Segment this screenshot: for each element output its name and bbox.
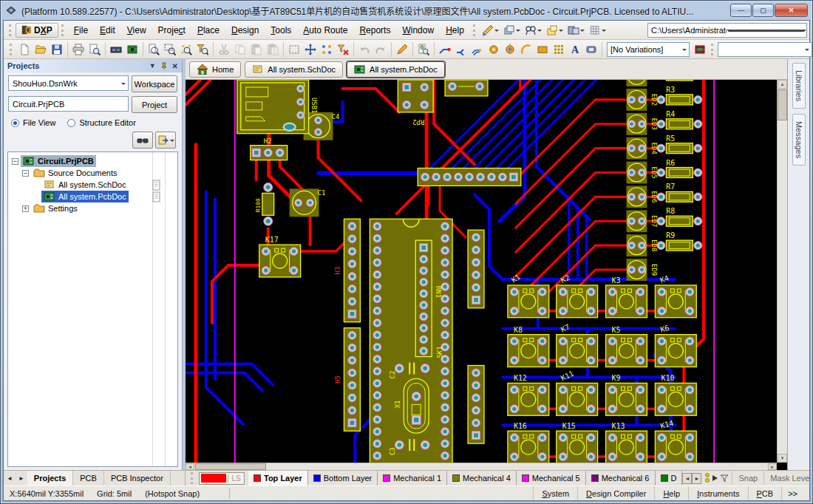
move-button[interactable] bbox=[302, 41, 319, 58]
filter-icon[interactable] bbox=[720, 474, 729, 483]
panel-menu-icon[interactable]: ▼ bbox=[149, 62, 156, 69]
zoom-filter-button[interactable] bbox=[194, 41, 211, 58]
status-button-design-compiler[interactable]: Design Compiler bbox=[577, 486, 654, 500]
align-dots-button[interactable] bbox=[319, 41, 335, 58]
scroll-up-icon[interactable]: ▲ bbox=[778, 80, 787, 89]
layer-scroll-left-icon[interactable]: ◄ bbox=[682, 473, 692, 484]
select-area-button[interactable] bbox=[286, 41, 302, 58]
status-button-instruments[interactable]: Instruments bbox=[688, 486, 747, 500]
layer-tab-d[interactable]: D bbox=[656, 471, 683, 486]
layer-tab-mechanical-6[interactable]: Mechanical 6 bbox=[586, 471, 656, 486]
panel-close-icon[interactable]: ✕ bbox=[172, 62, 178, 70]
vertical-scroll-thumb[interactable] bbox=[778, 89, 787, 120]
collapse-icon[interactable]: − bbox=[22, 170, 29, 177]
array-button[interactable] bbox=[551, 41, 567, 58]
toolgroup-overlay[interactable] bbox=[501, 24, 523, 37]
menu-help[interactable]: Help bbox=[440, 22, 470, 38]
doc-tab-home[interactable]: Home bbox=[189, 61, 241, 78]
tree-item-circuit-prjpcb[interactable]: −Circuit.PrjPCB bbox=[8, 155, 177, 167]
tree-item-settings[interactable]: +Settings bbox=[8, 202, 177, 214]
doc-tab-all-system-schdoc[interactable]: All system.SchDoc bbox=[245, 61, 343, 78]
layer-tab-mechanical-1[interactable]: Mechanical 1 bbox=[378, 471, 447, 486]
layer-tab-top-layer[interactable]: Top Layer bbox=[248, 471, 308, 486]
toolgroup-find-sim[interactable] bbox=[523, 24, 544, 37]
component-button[interactable] bbox=[583, 41, 599, 58]
pin-icon[interactable] bbox=[160, 62, 168, 70]
layer-set-box[interactable]: LS bbox=[199, 472, 245, 485]
menu-reports[interactable]: Reports bbox=[353, 22, 396, 38]
play-icon[interactable] bbox=[712, 474, 718, 482]
route-button[interactable] bbox=[437, 41, 453, 58]
toolgroup-arrange[interactable] bbox=[565, 24, 587, 37]
tree-item-source-documents[interactable]: −Source Documents bbox=[8, 167, 177, 179]
status-button-system[interactable]: System bbox=[533, 486, 577, 500]
menu-tools[interactable]: Tools bbox=[265, 22, 297, 38]
pad-button[interactable] bbox=[486, 41, 502, 58]
save-button[interactable] bbox=[49, 41, 65, 58]
pen-button[interactable] bbox=[394, 41, 410, 58]
new-doc-button[interactable] bbox=[16, 41, 33, 58]
undo-button[interactable] bbox=[356, 41, 373, 58]
pcb-canvas[interactable]: K1K2K3K4K8K7K5K6K12K11K9K10K16K15K13K14K… bbox=[186, 80, 787, 470]
snap-dots-icon[interactable] bbox=[704, 473, 710, 483]
menu-file[interactable]: File bbox=[68, 22, 94, 38]
cut-button[interactable] bbox=[216, 41, 232, 58]
menu-window[interactable]: Window bbox=[396, 22, 440, 38]
scroll-left-icon[interactable]: ◄ bbox=[186, 463, 194, 470]
bugfind-button[interactable] bbox=[415, 41, 432, 58]
menu-project[interactable]: Project bbox=[152, 22, 191, 38]
route-tee-button[interactable] bbox=[453, 41, 469, 58]
side-tab-libraries[interactable]: Libraries bbox=[792, 63, 806, 109]
copy-button[interactable] bbox=[232, 41, 248, 58]
via-button[interactable] bbox=[502, 41, 518, 58]
expand-icon[interactable]: + bbox=[22, 205, 29, 212]
arc-button[interactable] bbox=[518, 41, 534, 58]
panel-tab-pcb[interactable]: PCB bbox=[73, 471, 104, 486]
dxp-menu[interactable]: DXP bbox=[16, 23, 58, 38]
status-button-pcb[interactable]: PCB bbox=[748, 486, 782, 500]
toolgroup-measure[interactable] bbox=[480, 24, 501, 37]
open-button[interactable] bbox=[33, 41, 49, 58]
tabs-scroll-left-icon[interactable]: ◄ bbox=[4, 475, 16, 482]
panel-tool-button[interactable] bbox=[132, 132, 153, 149]
maximize-button[interactable]: ▢ bbox=[752, 4, 774, 17]
panel-tool-button[interactable] bbox=[155, 132, 176, 149]
secondary-combo[interactable] bbox=[718, 42, 812, 57]
side-tab-messages[interactable]: Messages bbox=[792, 114, 806, 166]
layer-scroll-right-icon[interactable]: ► bbox=[692, 473, 701, 484]
layer-tab-mechanical-5[interactable]: Mechanical 5 bbox=[517, 471, 586, 486]
menu-place[interactable]: Place bbox=[191, 22, 225, 38]
title-bar[interactable]: (Platform 10.589.22577) - C:\Users\Admin… bbox=[1, 1, 812, 20]
doc-tab-all-system-pcbdoc[interactable]: All system.PcbDoc bbox=[347, 61, 445, 78]
horizontal-scrollbar[interactable]: ◄ ► bbox=[186, 463, 777, 470]
structure-editor-radio[interactable]: Structure Editor bbox=[67, 118, 135, 127]
mask-level-button[interactable]: Mask Level bbox=[763, 471, 809, 485]
menu-design[interactable]: Design bbox=[225, 22, 265, 38]
scroll-right-icon[interactable]: ► bbox=[768, 463, 777, 470]
route-multi-button[interactable] bbox=[469, 41, 486, 58]
panel-tab-projects[interactable]: Projects bbox=[27, 471, 73, 486]
tree-item-all-system-pcbdoc[interactable]: All system.PcbDoc bbox=[8, 191, 177, 202]
project-field[interactable]: Circuit.PrjPCB bbox=[8, 96, 129, 112]
snap-button[interactable]: Snap bbox=[732, 471, 763, 485]
close-button[interactable]: ✕ bbox=[775, 4, 808, 17]
preview-button[interactable] bbox=[86, 41, 103, 58]
horizontal-scroll-thumb[interactable] bbox=[195, 463, 266, 470]
zoom-points-button[interactable] bbox=[178, 41, 194, 58]
workspace-combo[interactable]: ShouHuo.DsnWrk bbox=[8, 75, 129, 91]
clear-filter-button[interactable] bbox=[335, 41, 351, 58]
minimize-button[interactable]: — bbox=[730, 4, 752, 17]
variations-combo[interactable]: [No Variations] bbox=[607, 42, 690, 57]
tabs-scroll-right-icon[interactable]: ► bbox=[16, 475, 27, 482]
tree-item-all-system-schdoc[interactable]: All system.SchDoc bbox=[8, 179, 177, 191]
pcb-chip-button[interactable] bbox=[124, 41, 140, 58]
toolgroup-union[interactable] bbox=[544, 24, 565, 37]
menu-view[interactable]: View bbox=[121, 22, 152, 38]
text-a-button[interactable]: A bbox=[567, 41, 583, 58]
panel-tab-pcb-inspector[interactable]: PCB Inspector bbox=[104, 471, 171, 486]
layer-tab-bottom-layer[interactable]: Bottom Layer bbox=[308, 471, 378, 486]
collapse-icon[interactable]: − bbox=[12, 158, 18, 165]
scroll-down-icon[interactable]: ▼ bbox=[778, 454, 787, 463]
menu-edit[interactable]: Edit bbox=[94, 22, 121, 38]
project-button[interactable]: Project bbox=[132, 96, 177, 113]
